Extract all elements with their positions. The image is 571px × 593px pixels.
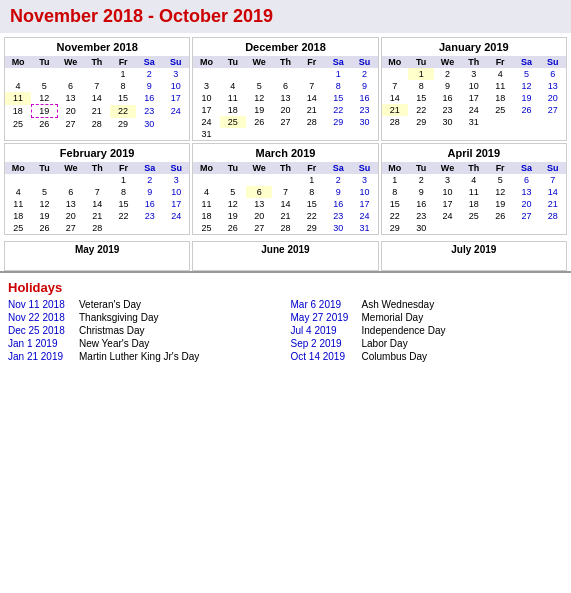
calendars-grid: November 2018MoTuWeThFrSaSu1234567891011…: [0, 33, 571, 239]
day-header-Tu: Tu: [31, 162, 57, 174]
day-header-Tu: Tu: [408, 56, 434, 68]
day-cell: 16: [136, 92, 162, 105]
day-cell: 24: [193, 116, 219, 128]
day-cell: 20: [246, 210, 272, 222]
day-cell: 14: [382, 92, 408, 104]
day-header-Mo: Mo: [5, 56, 31, 68]
day-cell: 22: [382, 210, 408, 222]
day-cell: 25: [461, 210, 487, 222]
day-cell: 5: [487, 174, 513, 186]
month-title-mar2019: March 2019: [193, 144, 377, 162]
day-header-Fr: Fr: [487, 56, 513, 68]
day-cell: [246, 68, 272, 80]
day-header-Sa: Sa: [137, 162, 163, 174]
day-cell: 29: [110, 118, 136, 131]
day-cell: [84, 68, 110, 80]
holiday-name: Columbus Day: [362, 351, 428, 362]
day-cell: 10: [461, 80, 487, 92]
holidays-right-column: Mar 6 2019Ash WednesdayMay 27 2019Memori…: [291, 298, 564, 363]
day-cell: 12: [487, 186, 513, 198]
day-cell: 28: [540, 210, 566, 222]
day-header-We: We: [58, 56, 84, 68]
day-cell: [31, 68, 57, 80]
day-cell: 2: [408, 174, 434, 186]
day-header-Sa: Sa: [325, 162, 351, 174]
day-cell: 5: [246, 80, 272, 92]
day-cell: [5, 174, 31, 186]
page-title: November 2018 - October 2019: [0, 0, 571, 33]
day-cell: 8: [110, 186, 136, 198]
day-cell: 13: [58, 198, 84, 210]
holiday-name: Thanksgiving Day: [79, 312, 158, 323]
day-cell: 17: [193, 104, 219, 116]
day-cell: [513, 116, 539, 128]
partial-month: June 2019: [192, 241, 378, 271]
day-header-We: We: [58, 162, 84, 174]
day-cell: 6: [540, 68, 566, 80]
day-cell: 15: [110, 92, 136, 105]
month-jan2019: January 2019MoTuWeThFrSaSu12345678910111…: [381, 37, 567, 141]
holiday-date: Nov 11 2018: [8, 299, 73, 310]
holidays-left-column: Nov 11 2018Veteran's DayNov 22 2018Thank…: [8, 298, 281, 363]
day-cell: [246, 174, 272, 186]
holiday-name: Christmas Day: [79, 325, 145, 336]
day-cell: 4: [5, 80, 31, 92]
day-cell: 9: [137, 186, 163, 198]
day-cell: 31: [193, 128, 219, 140]
holiday-date: Mar 6 2019: [291, 299, 356, 310]
day-cell: [246, 128, 272, 140]
month-mar2019: March 2019MoTuWeThFrSaSu1234567891011121…: [192, 143, 378, 235]
day-cell: 10: [163, 80, 189, 92]
day-cell: 24: [163, 105, 189, 118]
holiday-name: Independence Day: [362, 325, 446, 336]
day-header-Sa: Sa: [513, 56, 539, 68]
day-cell: 7: [382, 80, 408, 92]
day-cell: [137, 222, 163, 234]
day-cell: 26: [246, 116, 272, 128]
holiday-item: Nov 11 2018Veteran's Day: [8, 298, 281, 311]
day-cell: [325, 128, 351, 140]
day-cell: 27: [58, 118, 84, 131]
day-header-Sa: Sa: [136, 56, 162, 68]
day-cell: 30: [351, 116, 377, 128]
day-cell: 9: [325, 186, 351, 198]
day-cell: 1: [408, 68, 434, 80]
day-cell: 29: [408, 116, 434, 128]
day-cell: 12: [246, 92, 272, 104]
day-cell: 14: [84, 198, 110, 210]
holiday-name: Ash Wednesday: [362, 299, 435, 310]
day-header-We: We: [246, 162, 272, 174]
day-cell: 1: [299, 174, 325, 186]
day-cell: 18: [487, 92, 513, 104]
day-cell: 29: [299, 222, 325, 234]
day-cell: 26: [31, 118, 57, 131]
day-cell: 25: [220, 116, 246, 128]
day-cell: [382, 68, 408, 80]
day-cell: 21: [382, 104, 408, 116]
day-cell: 18: [193, 210, 219, 222]
day-cell: [513, 222, 539, 234]
month-title-apr2019: April 2019: [382, 144, 566, 162]
holiday-date: Sep 2 2019: [291, 338, 356, 349]
day-cell: [487, 222, 513, 234]
day-header-Th: Th: [461, 56, 487, 68]
day-cell: 3: [193, 80, 219, 92]
day-cell: 5: [513, 68, 539, 80]
day-header-Tu: Tu: [220, 56, 246, 68]
day-cell: 28: [299, 116, 325, 128]
day-cell: 7: [540, 174, 566, 186]
day-cell: 30: [136, 118, 162, 131]
day-header-Mo: Mo: [5, 162, 31, 174]
month-title-jan2019: January 2019: [382, 38, 566, 56]
month-title-nov2018: November 2018: [5, 38, 189, 56]
day-cell: 22: [408, 104, 434, 116]
day-header-Tu: Tu: [220, 162, 246, 174]
day-cell: 3: [351, 174, 377, 186]
day-header-Mo: Mo: [193, 162, 219, 174]
day-cell: 16: [351, 92, 377, 104]
day-cell: 1: [110, 68, 136, 80]
day-cell: 12: [220, 198, 246, 210]
day-header-Fr: Fr: [299, 56, 325, 68]
day-cell: 8: [382, 186, 408, 198]
day-cell: [110, 222, 136, 234]
